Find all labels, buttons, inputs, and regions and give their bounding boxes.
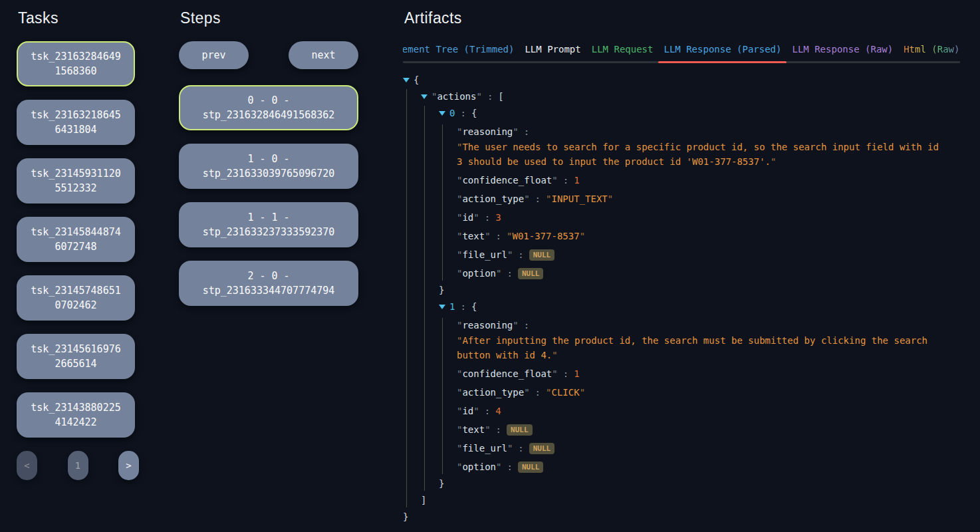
json-entry: "file_url":NULL (457, 441, 960, 456)
json-entry: "confidence_float":1 (457, 173, 960, 188)
null-badge: NULL (529, 249, 555, 261)
json-key: actions (437, 91, 476, 102)
json-key: id (462, 212, 473, 223)
json-key: reasoning (462, 126, 513, 137)
json-entry: "reasoning": (457, 318, 960, 332)
next-button[interactable]: next (289, 41, 358, 69)
collapse-arrow-icon[interactable] (403, 78, 410, 82)
task-button[interactable]: tsk_231438802254142422 (17, 392, 135, 438)
pagination-page-button[interactable]: 1 (68, 451, 88, 480)
tab-llm-response-raw[interactable]: LLM Response (Raw) (787, 43, 898, 61)
json-entry: "action_type":"CLICK" (457, 385, 960, 400)
json-key: text (462, 231, 485, 241)
artifacts-panel: Artifacts Element Tree (Trimmed) LLM Pro… (403, 9, 960, 524)
json-number-value: 1 (574, 368, 579, 379)
step-button[interactable]: 2 - 0 - stp_231633344707774794 (179, 261, 358, 306)
json-entry: "option":NULL (457, 460, 960, 474)
json-key: option (462, 268, 496, 279)
json-branch: "reasoning": "The user needs to search f… (442, 124, 960, 281)
artifacts-title: Artifacts (404, 9, 960, 27)
json-string-value: W01-377-8537 (512, 231, 579, 241)
json-key: text (462, 424, 485, 435)
steps-nav: prev next (179, 41, 358, 69)
tab-llm-response-parsed[interactable]: LLM Response (Parsed) (658, 43, 787, 61)
tab-llm-prompt[interactable]: LLM Prompt (519, 43, 586, 61)
json-branch: 0:{ "reasoning": "The user needs to sear… (424, 106, 960, 491)
json-entry: "option":NULL (457, 266, 960, 281)
null-badge: NULL (529, 443, 555, 454)
pagination-prev-button[interactable]: < (17, 451, 37, 480)
null-badge: NULL (518, 462, 544, 473)
step-button[interactable]: 1 - 0 - stp_231633039765096720 (179, 144, 358, 189)
json-viewer: { "actions":[ 0:{ "reasoning": "The user… (403, 72, 960, 524)
task-button[interactable]: tsk_231632846491568360 (17, 41, 135, 86)
json-key: action_type (462, 387, 524, 398)
json-key: confidence_float (462, 368, 552, 379)
null-badge: NULL (507, 424, 533, 436)
json-string-value: CLICK (551, 387, 579, 398)
json-close-row: } (439, 283, 960, 297)
task-button[interactable]: tsk_231459311205512332 (17, 158, 135, 203)
json-array-index: 1 (449, 301, 455, 312)
json-string-value: INPUT_TEXT (551, 194, 607, 204)
task-button[interactable]: tsk_231458448746072748 (17, 217, 135, 262)
json-open-bracket: [ (498, 91, 503, 102)
json-entry: "file_url":NULL (457, 247, 960, 262)
json-array-index: 0 (449, 108, 455, 118)
collapse-arrow-icon[interactable] (439, 305, 445, 309)
json-number-value: 3 (495, 212, 501, 223)
json-branch: "reasoning": "After inputting the produc… (442, 318, 960, 474)
tab-element-tree-trimmed[interactable]: Element Tree (Trimmed) (403, 43, 519, 61)
json-key: option (462, 462, 496, 472)
json-key: file_url (462, 249, 507, 260)
json-string-value: "The user needs to search for a specific… (457, 140, 942, 169)
json-key: reasoning (462, 320, 513, 331)
step-button[interactable]: 0 - 0 - stp_231632846491568362 (179, 85, 358, 130)
json-number-value: 1 (574, 175, 579, 186)
json-key: confidence_float (462, 175, 552, 186)
json-key: id (462, 406, 473, 416)
json-entry: "confidence_float":1 (457, 366, 960, 381)
tasks-panel: Tasks tsk_231632846491568360 tsk_2316321… (17, 9, 135, 480)
json-key: file_url (462, 443, 507, 454)
json-string-value: "After inputting the product id, the sea… (457, 333, 942, 362)
task-button[interactable]: tsk_231456169762665614 (17, 334, 135, 379)
tasks-title: Tasks (18, 9, 135, 27)
json-close-row: ] (421, 493, 960, 507)
task-button[interactable]: tsk_231457486510702462 (17, 275, 135, 321)
task-button[interactable]: tsk_231632186456431804 (17, 100, 135, 145)
step-button[interactable]: 1 - 1 - stp_231633237333592370 (179, 202, 358, 247)
tasks-pagination: < 1 > (17, 451, 139, 480)
artifacts-tab-bar: Element Tree (Trimmed) LLM Prompt LLM Re… (403, 43, 960, 63)
json-number-value: 4 (495, 406, 501, 416)
tab-html-raw[interactable]: Html (Raw) (898, 43, 960, 61)
json-key: action_type (462, 194, 524, 204)
json-entry: "id":3 (457, 210, 960, 225)
json-entry: "text":"W01-377-8537" (457, 229, 960, 243)
json-open-brace: { (414, 74, 419, 85)
json-index-row: 0:{ (439, 106, 960, 120)
json-branch: "actions":[ 0:{ "reasoning": "The user n… (406, 89, 960, 507)
steps-panel: Steps prev next 0 - 0 - stp_231632846491… (179, 9, 358, 319)
json-entry: "text":NULL (457, 422, 960, 437)
json-entry: "id":4 (457, 404, 960, 418)
json-entry: "reasoning": (457, 124, 960, 139)
tab-llm-request[interactable]: LLM Request (586, 43, 659, 61)
json-entry: "action_type":"INPUT_TEXT" (457, 192, 960, 206)
steps-title: Steps (180, 9, 358, 27)
json-root-row: { (403, 72, 960, 87)
prev-button[interactable]: prev (179, 41, 249, 69)
collapse-arrow-icon[interactable] (439, 111, 445, 116)
json-index-row: 1:{ (439, 299, 960, 314)
json-close-row: } (403, 509, 960, 524)
null-badge: NULL (518, 268, 544, 279)
collapse-arrow-icon[interactable] (421, 94, 428, 99)
json-actions-row: "actions":[ (421, 89, 960, 104)
json-close-row: } (439, 476, 960, 491)
pagination-next-button[interactable]: > (118, 451, 139, 480)
